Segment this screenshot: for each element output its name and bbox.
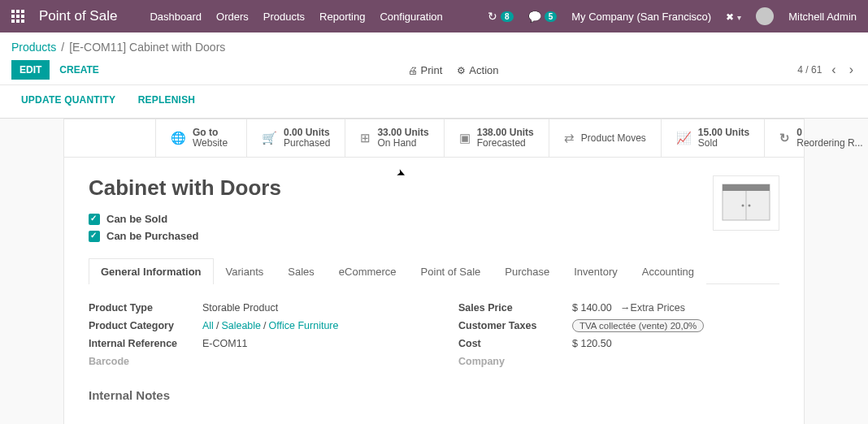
value-product-type: Storable Product — [202, 302, 278, 314]
stat-product-moves[interactable]: Product Moves — [549, 119, 661, 157]
checkbox-can-be-purchased[interactable] — [89, 231, 100, 242]
label-company: Company — [458, 356, 572, 367]
section-internal-notes: Internal Notes — [89, 388, 779, 402]
refresh-icon — [779, 131, 790, 145]
svg-point-3 — [742, 205, 744, 207]
apps-icon[interactable] — [11, 10, 24, 23]
pager-next[interactable]: › — [846, 63, 857, 77]
label-sales-price: Sales Price — [458, 302, 572, 314]
tab-accounting[interactable]: Accounting — [630, 258, 706, 284]
stat-lead-spacer — [64, 119, 155, 157]
gear-icon — [457, 64, 466, 76]
top-navbar: Point of Sale Dashboard Orders Products … — [0, 0, 868, 32]
breadcrumb-root[interactable]: Products — [11, 41, 56, 54]
tax-tag[interactable]: TVA collectée (vente) 20,0% — [572, 319, 704, 332]
breadcrumb-leaf: [E-COM11] Cabinet with Doors — [69, 41, 225, 54]
close-icon — [726, 11, 734, 23]
control-panel: Products / [E-COM11] Cabinet with Doors … — [0, 32, 868, 85]
tab-point-of-sale[interactable]: Point of Sale — [409, 258, 493, 284]
update-quantity-button[interactable]: UPDATE QUANTITY — [11, 90, 125, 110]
user-name[interactable]: Mitchell Admin — [788, 11, 857, 23]
chat-icon — [528, 11, 541, 23]
notebook-tabs: General Information Variants Sales eComm… — [89, 257, 779, 284]
value-sales-price: $ 140.00 — [572, 302, 612, 314]
checkbox-can-be-sold[interactable] — [89, 214, 100, 225]
product-image[interactable] — [713, 175, 779, 231]
label-product-category: Product Category — [89, 320, 202, 331]
messaging-indicator[interactable]: 5 — [528, 11, 558, 23]
tab-inventory[interactable]: Inventory — [562, 258, 629, 284]
swap-icon — [564, 131, 575, 145]
clock-icon — [488, 10, 497, 23]
breadcrumb: Products / [E-COM11] Cabinet with Doors — [11, 37, 857, 60]
extra-prices-link[interactable]: Extra Prices — [631, 302, 685, 314]
pager: 4 / 61 ‹ › — [797, 63, 857, 77]
breadcrumb-sep: / — [61, 41, 64, 54]
print-action[interactable]: Print — [408, 64, 443, 76]
tab-purchase[interactable]: Purchase — [493, 258, 562, 284]
edit-button[interactable]: EDIT — [11, 60, 50, 80]
stat-sold[interactable]: 15.00 UnitsSold — [661, 119, 764, 157]
globe-icon — [171, 131, 186, 145]
stat-button-bar: Go toWebsite 0.00 UnitsPurchased 33.00 U… — [63, 119, 805, 157]
label-internal-reference: Internal Reference — [89, 338, 202, 349]
pager-count: 4 / 61 — [797, 64, 822, 76]
tab-general-information[interactable]: General Information — [89, 258, 214, 284]
stat-forecasted[interactable]: 138.00 UnitsForecasted — [444, 119, 549, 157]
cart-icon — [262, 131, 277, 145]
tab-variants[interactable]: Variants — [214, 258, 276, 284]
right-column: Sales Price$ 140.00 Extra Prices Custome… — [458, 299, 779, 370]
stat-on-hand[interactable]: 33.00 UnitsOn Hand — [345, 119, 443, 157]
pager-prev[interactable]: ‹ — [828, 63, 839, 77]
create-button[interactable]: CREATE — [50, 60, 108, 80]
caret-down-icon — [737, 11, 741, 23]
header-buttons: UPDATE QUANTITY REPLENISH — [0, 85, 868, 119]
menu-dashboard[interactable]: Dashboard — [150, 11, 202, 23]
user-avatar[interactable] — [756, 7, 774, 25]
print-icon — [408, 64, 418, 76]
value-product-category[interactable]: All/Saleable/Office Furniture — [202, 320, 338, 331]
product-name: Cabinet with Doors — [89, 175, 281, 201]
tab-ecommerce[interactable]: eCommerce — [327, 258, 409, 284]
value-cost: $ 120.50 — [572, 338, 612, 349]
app-title: Point of Sale — [39, 8, 117, 24]
label-cost: Cost — [458, 338, 572, 349]
company-selector[interactable]: My Company (San Francisco) — [571, 11, 711, 23]
arrow-right-icon — [618, 302, 631, 314]
activities-indicator[interactable]: 8 — [488, 10, 514, 23]
cube-icon — [459, 131, 471, 145]
menu-products[interactable]: Products — [263, 11, 305, 23]
stat-go-to-website[interactable]: Go toWebsite — [155, 119, 246, 157]
can-be-purchased-label: Can be Purchased — [106, 230, 198, 242]
menu-orders[interactable]: Orders — [216, 11, 249, 23]
menu-configuration[interactable]: Configuration — [380, 11, 442, 23]
label-customer-taxes: Customer Taxes — [458, 320, 572, 331]
svg-point-4 — [749, 205, 751, 207]
cabinet-icon — [721, 183, 771, 223]
action-menu[interactable]: Action — [457, 64, 498, 76]
label-barcode: Barcode — [89, 356, 202, 367]
stat-reordering[interactable]: 0Reordering R... — [764, 119, 868, 157]
left-column: Product TypeStorable Product Product Cat… — [89, 299, 410, 370]
value-internal-reference: E-COM11 — [202, 338, 248, 349]
menu-reporting[interactable]: Reporting — [319, 11, 365, 23]
tab-sales[interactable]: Sales — [276, 258, 327, 284]
debug-close[interactable] — [726, 11, 741, 23]
cubes-icon — [360, 131, 371, 145]
can-be-sold-label: Can be Sold — [106, 213, 167, 225]
svg-rect-1 — [723, 184, 770, 191]
signal-bars-icon — [676, 131, 692, 145]
form-sheet: Cabinet with Doors Can be Sold Can be Pu… — [63, 157, 805, 424]
label-product-type: Product Type — [89, 302, 202, 314]
stat-purchased[interactable]: 0.00 UnitsPurchased — [246, 119, 345, 157]
replenish-button[interactable]: REPLENISH — [128, 90, 205, 110]
